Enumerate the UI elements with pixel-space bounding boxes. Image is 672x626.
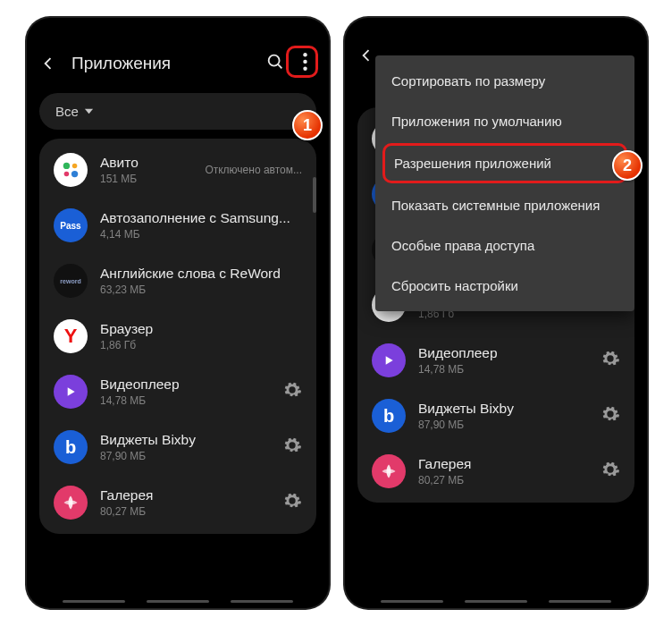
scroll-indicator xyxy=(313,177,316,213)
menu-item[interactable]: Особые права доступа xyxy=(375,225,634,266)
svg-point-4 xyxy=(63,163,70,169)
app-row[interactable]: Галерея80,27 МБ xyxy=(357,444,634,499)
app-icon xyxy=(372,454,406,488)
chevron-down-icon xyxy=(84,104,94,119)
app-text: Автозаполнение с Samsung...4,14 МБ xyxy=(100,210,302,241)
header: Приложения xyxy=(27,38,329,93)
app-name: Английские слова с ReWord xyxy=(100,266,302,282)
svg-point-7 xyxy=(71,171,78,177)
app-size: 14,78 МБ xyxy=(100,394,282,407)
app-size: 151 МБ xyxy=(100,173,199,185)
app-icon: Pass xyxy=(54,208,88,242)
app-size: 87,90 МБ xyxy=(418,419,601,431)
app-text: Браузер1,86 Гб xyxy=(100,321,302,351)
app-text: Видеоплеер14,78 МБ xyxy=(418,345,601,376)
app-size: 14,78 МБ xyxy=(418,363,601,376)
app-name: Видеоплеер xyxy=(418,345,601,361)
app-row[interactable]: bВиджеты Bixby87,90 МБ xyxy=(39,419,316,475)
app-name: Виджеты Bixby xyxy=(100,432,282,448)
app-row[interactable]: rewordАнглийские слова с ReWord63,23 МБ xyxy=(39,253,316,309)
menu-item[interactable]: Разрешения приложений xyxy=(382,143,627,183)
phone-right: Авито151 МБPassАвтозаполнение с Samsung.… xyxy=(345,18,647,608)
svg-point-5 xyxy=(72,164,78,169)
gear-icon[interactable] xyxy=(282,491,302,514)
annotation-step-1: 1 xyxy=(292,110,323,140)
app-name: Видеоплеер xyxy=(100,376,282,393)
more-options-button[interactable] xyxy=(294,47,316,80)
app-size: 80,27 МБ xyxy=(100,505,282,518)
annotation-step-2: 2 xyxy=(612,150,643,181)
app-icon xyxy=(54,153,88,187)
gear-icon[interactable] xyxy=(601,404,620,427)
gear-icon[interactable] xyxy=(601,349,620,372)
back-button[interactable] xyxy=(39,55,57,72)
app-row[interactable]: Видеоплеер14,78 МБ xyxy=(39,364,316,419)
app-row[interactable]: Галерея80,27 МБ xyxy=(39,475,316,530)
app-size: 63,23 МБ xyxy=(100,283,302,296)
app-row[interactable]: Видеоплеер14,78 МБ xyxy=(357,333,634,388)
filter-dropdown[interactable]: Все xyxy=(39,93,316,130)
svg-point-0 xyxy=(269,55,280,66)
page-title: Приложения xyxy=(71,54,260,73)
app-text: Английские слова с ReWord63,23 МБ xyxy=(100,266,302,296)
app-text: Галерея80,27 МБ xyxy=(100,487,282,518)
app-icon: b xyxy=(372,399,406,433)
app-status: Отключено автом... xyxy=(205,164,302,176)
app-name: Автозаполнение с Samsung... xyxy=(100,210,302,226)
svg-point-6 xyxy=(64,172,70,177)
app-name: Галерея xyxy=(100,487,282,503)
app-name: Галерея xyxy=(418,456,601,472)
app-text: Виджеты Bixby87,90 МБ xyxy=(418,401,601,431)
app-name: Браузер xyxy=(100,321,302,337)
app-icon: reword xyxy=(54,264,88,298)
app-text: Авито151 МБ xyxy=(100,155,199,185)
menu-item[interactable]: Сортировать по размеру xyxy=(375,61,634,101)
app-size: 1,86 Гб xyxy=(100,339,302,351)
app-text: Галерея80,27 МБ xyxy=(418,456,601,486)
app-size: 80,27 МБ xyxy=(418,474,601,486)
gear-icon[interactable] xyxy=(282,436,302,459)
menu-item[interactable]: Показать системные приложения xyxy=(375,185,634,225)
status-bar xyxy=(345,18,647,38)
app-text: Виджеты Bixby87,90 МБ xyxy=(100,432,282,462)
nav-bar xyxy=(345,600,647,603)
gear-icon[interactable] xyxy=(282,380,302,403)
app-icon: Y xyxy=(54,319,88,353)
app-icon xyxy=(54,486,88,520)
app-row[interactable]: bВиджеты Bixby87,90 МБ xyxy=(357,388,634,444)
app-row[interactable]: YБраузер1,86 Гб xyxy=(39,309,316,364)
app-list: Авито151 МБОтключено автом...PassАвтозап… xyxy=(39,139,316,534)
filter-label: Все xyxy=(55,104,79,119)
app-name: Виджеты Bixby xyxy=(418,401,601,417)
back-button[interactable] xyxy=(357,47,375,64)
app-name: Авито xyxy=(100,155,199,171)
menu-item[interactable]: Сбросить настройки xyxy=(375,266,634,306)
overflow-menu: Сортировать по размеруПриложения по умол… xyxy=(375,55,634,311)
app-icon: b xyxy=(54,430,88,464)
status-bar xyxy=(27,18,329,38)
app-icon xyxy=(54,375,88,409)
app-size: 4,14 МБ xyxy=(100,228,302,241)
highlight-more xyxy=(286,46,318,78)
app-size: 87,90 МБ xyxy=(100,450,282,462)
menu-item[interactable]: Приложения по умолчанию xyxy=(375,101,634,141)
phone-left: Приложения 1 Все Авито151 МБОтключено ав… xyxy=(27,18,329,608)
app-icon xyxy=(372,343,406,377)
gear-icon[interactable] xyxy=(601,460,620,483)
app-text: Видеоплеер14,78 МБ xyxy=(100,376,282,407)
app-row[interactable]: PassАвтозаполнение с Samsung...4,14 МБ xyxy=(39,198,316,253)
nav-bar xyxy=(27,600,329,603)
app-row[interactable]: Авито151 МБОтключено автом... xyxy=(39,142,316,198)
